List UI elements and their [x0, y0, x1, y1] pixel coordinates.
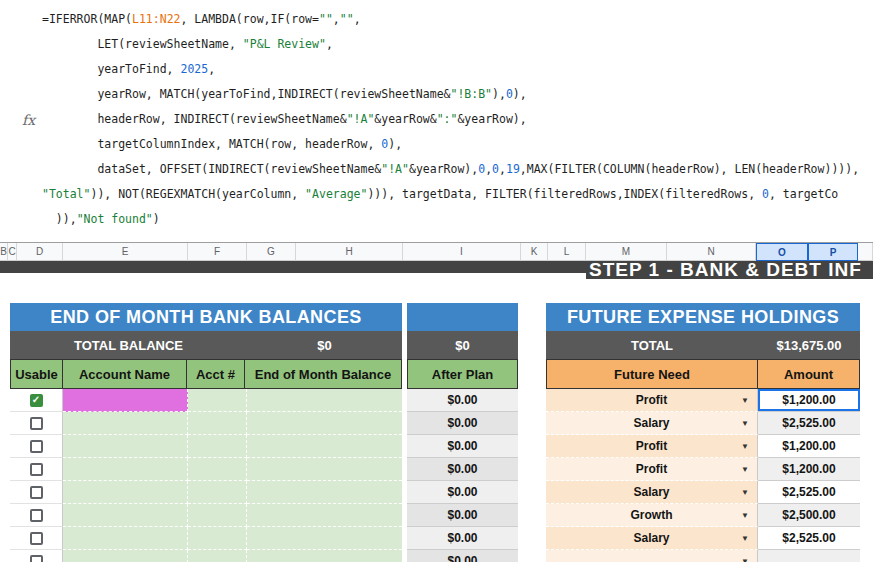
future-need-value: Salary — [633, 531, 669, 545]
account-name-cell[interactable] — [63, 412, 188, 435]
account-name-cell[interactable] — [63, 481, 188, 504]
account-name-cell[interactable] — [63, 550, 188, 562]
eom-balance-cell[interactable] — [247, 504, 402, 527]
column-header-I[interactable]: I — [403, 243, 521, 261]
usable-checkbox[interactable] — [30, 509, 43, 522]
column-header-E[interactable]: E — [63, 243, 188, 261]
formula-segment: yearRow, MATCH(yearToFind,INDIRECT(revie… — [42, 87, 451, 101]
formula-segment: )), NOT(REGEXMATCH(yearColumn, — [90, 187, 305, 201]
future-need-dropdown[interactable]: Salary▼ — [546, 527, 758, 550]
acct-number-cell[interactable] — [188, 481, 247, 504]
future-need-dropdown[interactable]: Profit▼ — [546, 458, 758, 481]
formula-segment: , — [354, 12, 361, 26]
account-name-cell[interactable] — [63, 458, 188, 481]
future-need-dropdown[interactable]: Growth▼ — [546, 504, 758, 527]
formula-bar: fx =IFERROR(MAP(L11:N22, LAMBDA(row,IF(r… — [0, 0, 873, 243]
after-plan-cell[interactable]: $0.00 — [407, 527, 518, 550]
future-need-dropdown[interactable]: Salary▼ — [546, 412, 758, 435]
dropdown-arrow-icon: ▼ — [741, 419, 749, 428]
column-header-L[interactable]: L — [548, 243, 586, 261]
amount-cell[interactable] — [758, 550, 860, 562]
future-need-dropdown[interactable]: Profit▼ — [546, 435, 758, 458]
usable-checkbox[interactable] — [30, 463, 43, 476]
future-need-dropdown[interactable]: Salary▼ — [546, 481, 758, 504]
after-plan-total-value: $0 — [407, 331, 518, 359]
usable-checkbox[interactable] — [30, 555, 43, 562]
column-headers: BCDEFGHIKLMNOP — [0, 243, 873, 261]
formula-segment: targetColumnIndex, MATCH(row, headerRow, — [42, 137, 381, 151]
acct-number-cell[interactable] — [188, 412, 247, 435]
column-header-partial[interactable] — [858, 243, 873, 261]
eom-balance-cell[interactable] — [247, 458, 402, 481]
eom-balance-cell[interactable] — [247, 481, 402, 504]
after-plan-cell[interactable]: $0.00 — [407, 389, 518, 412]
acct-number-cell[interactable] — [188, 504, 247, 527]
amount-cell[interactable]: $1,200.00 — [758, 389, 860, 412]
after-plan-cell[interactable]: $0.00 — [407, 481, 518, 504]
amount-cell[interactable]: $2,525.00 — [758, 527, 860, 550]
formula-input[interactable]: =IFERROR(MAP(L11:N22, LAMBDA(row,IF(row=… — [42, 7, 873, 239]
amount-cell[interactable]: $1,200.00 — [758, 458, 860, 481]
holdings-total-label: TOTAL — [546, 331, 758, 359]
formula-segment: dataSet, OFFSET(INDIRECT(reviewSheetName… — [42, 162, 381, 176]
eom-balance-cell[interactable] — [247, 527, 402, 550]
after-plan-cell[interactable]: $0.00 — [407, 504, 518, 527]
formula-segment: "!A" — [381, 162, 409, 176]
formula-line: "Total")), NOT(REGEXMATCH(yearColumn, "A… — [42, 182, 873, 207]
table-row: ▼ — [546, 550, 860, 562]
column-header-G[interactable]: G — [247, 243, 296, 261]
amount-cell[interactable]: $2,525.00 — [758, 412, 860, 435]
amount-cell[interactable]: $2,500.00 — [758, 504, 860, 527]
formula-segment: yearToFind, — [42, 62, 180, 76]
formula-segment: , — [499, 162, 506, 176]
usable-checkbox[interactable]: ✓ — [30, 394, 43, 407]
account-name-cell[interactable] — [63, 527, 188, 550]
formula-line: LET(reviewSheetName, "P&L Review", — [42, 32, 873, 57]
bank-total-label: TOTAL BALANCE — [10, 331, 247, 359]
after-plan-cell[interactable]: $0.00 — [407, 550, 518, 562]
column-header-O[interactable]: O — [756, 243, 808, 261]
column-header-F[interactable]: F — [188, 243, 247, 261]
column-header-P[interactable]: P — [808, 243, 858, 261]
eom-balance-cell[interactable] — [247, 412, 402, 435]
column-header-K[interactable]: K — [521, 243, 548, 261]
eom-balance-cell[interactable] — [247, 389, 402, 412]
usable-checkbox[interactable] — [30, 486, 43, 499]
column-header-H[interactable]: H — [296, 243, 403, 261]
account-name-cell[interactable] — [63, 504, 188, 527]
future-need-value: Salary — [633, 416, 669, 430]
column-header-D[interactable]: D — [17, 243, 63, 261]
column-header-N[interactable]: N — [667, 243, 756, 261]
amount-cell[interactable]: $2,525.00 — [758, 481, 860, 504]
after-plan-cell[interactable]: $0.00 — [407, 458, 518, 481]
formula-segment: )), — [42, 212, 77, 226]
usable-checkbox[interactable] — [30, 440, 43, 453]
usable-cell — [10, 458, 63, 481]
account-name-cell[interactable] — [63, 389, 188, 412]
acct-number-cell[interactable] — [188, 458, 247, 481]
acct-number-cell[interactable] — [188, 389, 247, 412]
usable-cell — [10, 481, 63, 504]
after-plan-cell[interactable]: $0.00 — [407, 412, 518, 435]
eom-balance-cell[interactable] — [247, 550, 402, 562]
acct-number-cell[interactable] — [188, 527, 247, 550]
acct-number-cell[interactable] — [188, 550, 247, 562]
eom-balance-cell[interactable] — [247, 435, 402, 458]
after-plan-cell[interactable]: $0.00 — [407, 435, 518, 458]
col-header-eom-balance: End of Month Balance — [244, 359, 402, 389]
formula-segment: ) — [153, 212, 160, 226]
usable-checkbox[interactable] — [30, 532, 43, 545]
column-header-M[interactable]: M — [586, 243, 667, 261]
acct-number-cell[interactable] — [188, 435, 247, 458]
formula-segment: ))), targetData, FILTER(filteredRows,IND… — [367, 187, 762, 201]
future-need-dropdown[interactable]: Profit▼ — [546, 389, 758, 412]
future-need-dropdown[interactable]: ▼ — [546, 550, 758, 562]
account-name-cell[interactable] — [63, 435, 188, 458]
table-row — [10, 412, 402, 435]
future-need-value: Growth — [631, 508, 673, 522]
column-header-B[interactable]: B — [0, 243, 8, 261]
column-header-C[interactable]: C — [8, 243, 17, 261]
formula-segment: , targetCo — [769, 187, 838, 201]
usable-checkbox[interactable] — [30, 417, 43, 430]
amount-cell[interactable]: $1,200.00 — [758, 435, 860, 458]
